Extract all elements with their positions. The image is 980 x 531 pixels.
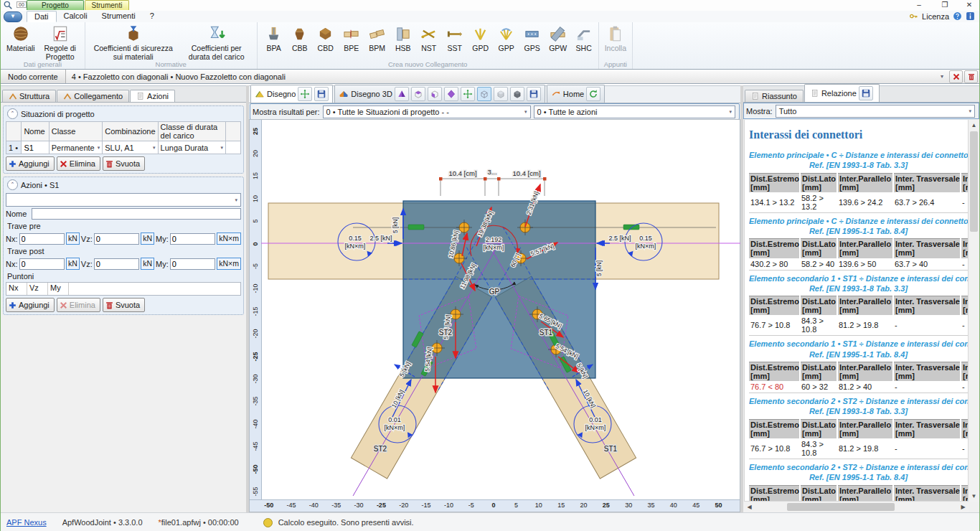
collapse-chevron-icon[interactable]: ⌃ [7,179,18,190]
connection-type-button[interactable]: GPD [468,24,494,52]
durata-dropdown[interactable]: Lunga Durata▾ [161,144,224,152]
svuota-button[interactable]: Svuota [103,298,145,312]
scroll-down-icon[interactable]: ▼ [969,491,979,502]
connection-type-button[interactable]: HSB [390,24,416,52]
context-tab-progetto[interactable]: Progetto [27,0,84,10]
node-delete-button[interactable] [949,70,963,83]
knm-unit-badge: kN×m [217,232,241,245]
trave-pre-my-input[interactable] [170,233,215,245]
help-icon[interactable] [953,11,962,21]
incolla-button[interactable]: Incolla [603,24,628,53]
scroll-right-icon[interactable]: ▶ [958,502,969,512]
left-panel-tab[interactable]: Struttura [2,90,56,102]
node-dropdown-chevron-icon[interactable]: ▾ [935,73,949,80]
save-3d-button[interactable] [527,87,541,101]
shaded-cube-button[interactable] [494,87,508,101]
aggiungi-button[interactable]: Aggiungi [6,298,55,312]
trave-pre-nx-input[interactable] [19,233,65,245]
elimina-button[interactable]: Elimina [57,156,100,171]
tab-disegno[interactable]: Disegno [250,85,333,103]
ribbon-tab[interactable]: Strumenti [95,11,143,22]
elimina-button[interactable]: Elimina [57,298,100,312]
close-button[interactable]: ✕ [959,0,979,10]
tab-disegno-3d[interactable]: Disegno 3D [334,85,545,103]
scroll-left-icon[interactable]: ◀ [744,502,755,512]
trave-post-my-input[interactable] [170,258,215,270]
ruler-tick: 50 [707,500,730,512]
scroll-up-icon[interactable]: ▲ [969,120,979,131]
tab-riassunto[interactable]: Riassunto [745,90,804,102]
row-index[interactable]: 1 • [6,141,22,154]
ribbon-tab[interactable]: Calcoli [57,11,95,22]
connection-type-label: GPS [524,44,540,52]
save-report-button[interactable] [859,86,873,100]
info-icon[interactable] [966,11,975,21]
azione-select-dropdown[interactable]: ▾ [6,193,241,207]
licenza-button[interactable]: Licenza [922,12,949,21]
maximize-button[interactable]: ❐ [935,0,955,10]
view-cube-front-button[interactable] [428,87,442,101]
azione-nome-input[interactable] [32,208,241,220]
collapse-chevron-icon[interactable]: ⌃ [7,108,18,119]
connection-type-button[interactable]: GPP [494,24,519,52]
trave-pre-vz-input[interactable] [94,233,139,245]
ruler-tick: 20 [573,500,595,512]
connection-type-button[interactable]: GPW [545,24,571,52]
section-caption: Elemento secondario 1 • ST1 ÷ Distanze e… [749,339,968,360]
fit-view-3d-button[interactable] [461,87,475,101]
nodo-corrente-value[interactable]: 4 • Fazzoletto con diagonali • Nuovo Faz… [66,72,935,81]
view-octahedron-button[interactable] [444,87,458,101]
connection-type-button[interactable]: BPM [364,24,390,52]
context-tab-strumenti[interactable]: Strumenti [85,0,129,10]
refresh-button[interactable] [586,87,600,101]
table-header: Dist.Lato[mm] [800,362,837,381]
left-panel-tab[interactable]: Collegamento [57,90,129,102]
tab-home[interactable]: Home [547,85,605,103]
mostra-dropdown[interactable]: Tutto ▾ [776,105,975,118]
drawing-canvas[interactable]: 10.4 [cm] 3... 10.4 [cm] [261,120,741,496]
dark-cube-button[interactable] [510,87,524,101]
svuota-button[interactable]: Svuota [103,156,145,171]
coefficienti-durata-button[interactable]: Coefficienti per durata del carico [180,24,253,62]
connection-type-button[interactable]: SST [442,24,468,52]
ribbon-tab[interactable]: Dati [27,11,57,22]
node-trash-button[interactable] [964,70,978,83]
connection-type-button[interactable]: CBD [313,24,339,52]
scrollbar-thumb[interactable] [970,131,978,232]
wireframe-button[interactable] [477,87,491,101]
save-drawing-button[interactable] [314,87,329,101]
connection-type-button[interactable]: NST [416,24,442,52]
situazione-nome-input[interactable] [24,144,45,152]
situazioni-filter-dropdown[interactable]: 0 • Tutte le Situazioni di progetto - -▾ [323,105,531,118]
connection-type-button[interactable]: GPS [519,24,545,52]
view-cube-top-button[interactable] [411,87,425,101]
connection-type-button[interactable]: BPA [261,24,287,52]
trave-post-vz-input[interactable] [94,258,139,270]
connection-type-button[interactable]: SHC [571,24,597,52]
tab-relazione[interactable]: Relazione [804,84,880,102]
app-menu-button[interactable]: ▼ [4,11,22,22]
combinazione-dropdown[interactable]: SLU, A1▾ [105,144,155,152]
left-panel-tab[interactable]: Azioni [130,90,175,102]
aggiungi-button[interactable]: Aggiungi [6,156,55,171]
view-pyramid-button[interactable] [395,87,409,101]
fit-view-button[interactable] [298,87,312,101]
connection-type-icon [395,26,411,42]
azioni-filter-dropdown[interactable]: 0 • Tutte le azioni▾ [534,105,735,118]
horizontal-scrollbar[interactable]: ◀ ▶ [744,501,969,512]
materiali-button[interactable]: Materiali [4,24,37,53]
report-icon [811,89,819,98]
vertical-scrollbar[interactable]: ▲ ▼ [968,120,979,502]
connection-type-button[interactable]: CBB [287,24,313,52]
scrollbar-thumb[interactable] [787,503,895,511]
connection-type-button[interactable]: BPE [339,24,364,52]
trave-post-nx-input[interactable] [19,258,65,270]
force-label: 5 [kN] [595,260,603,276]
dimension-group: 10.4 [cm] 3... 10.4 [cm] [439,168,547,196]
apf-nexus-link[interactable]: APF Nexus [6,518,47,527]
ribbon-tab[interactable]: ? [143,11,161,22]
coefficienti-sicurezza-button[interactable]: Coefficienti di sicurezza sui materiali [89,24,178,62]
classe-dropdown[interactable]: Permanente▾ [52,144,100,152]
minimize-button[interactable]: – [909,0,929,10]
regole-di-progetto-button[interactable]: Regole di Progetto [39,24,81,62]
